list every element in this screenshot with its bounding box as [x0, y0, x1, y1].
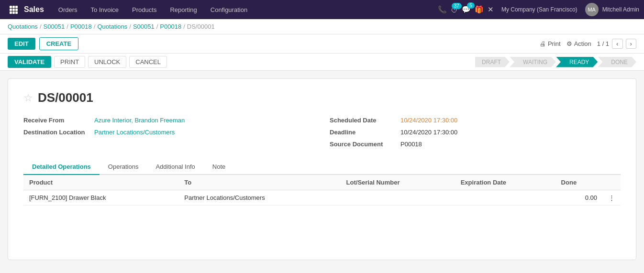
- row-actions-icon[interactable]: ⋮: [603, 190, 621, 206]
- step-draft: DRAFT: [475, 57, 510, 67]
- nav-reporting[interactable]: Reporting: [163, 0, 203, 19]
- gear-icon: ⚙: [566, 40, 572, 47]
- status-bar: VALIDATE PRINT UNLOCK CANCEL DRAFT WAITI…: [0, 54, 644, 71]
- col-lot-serial: Lot/Serial Number: [341, 175, 455, 190]
- grid-menu-icon[interactable]: [5, 0, 22, 19]
- timer-icon[interactable]: ⏱37: [451, 6, 458, 14]
- tabs: Detailed Operations Operations Additiona…: [23, 159, 621, 175]
- source-doc-value: P00018: [400, 141, 422, 148]
- destination-field: Destination Location Partner Locations/C…: [23, 129, 314, 136]
- step-ready: READY: [556, 57, 598, 67]
- breadcrumb-quotations-2[interactable]: Quotations: [97, 23, 127, 30]
- scheduled-date-field: Scheduled Date 10/24/2020 17:30:00: [330, 117, 621, 124]
- svg-rect-6: [10, 11, 12, 14]
- table-body: [FURN_2100] Drawer Black Partner Locatio…: [23, 190, 621, 206]
- right-fields: Scheduled Date 10/24/2020 17:30:00 Deadl…: [330, 117, 621, 148]
- step-done: DONE: [598, 57, 636, 67]
- svg-rect-2: [15, 6, 18, 8]
- svg-rect-4: [12, 9, 15, 11]
- breadcrumb-quotations-1[interactable]: Quotations: [8, 23, 38, 30]
- breadcrumb-p00018-2[interactable]: P00018: [160, 23, 181, 30]
- breadcrumb-s00051-1[interactable]: S00051: [44, 23, 65, 30]
- gift-icon[interactable]: 🎁: [475, 5, 484, 14]
- app-brand: Sales: [22, 5, 52, 14]
- record-id: DS/00001: [38, 90, 93, 105]
- col-actions: [603, 175, 621, 190]
- tab-detailed-operations[interactable]: Detailed Operations: [23, 159, 100, 175]
- table-row[interactable]: [FURN_2100] Drawer Black Partner Locatio…: [23, 190, 621, 206]
- validate-button[interactable]: VALIDATE: [8, 56, 51, 68]
- cancel-button[interactable]: CANCEL: [129, 56, 167, 68]
- col-product: Product: [23, 175, 178, 190]
- tab-additional-info[interactable]: Additional Info: [147, 159, 203, 175]
- main-content: ☆ DS/00001 Receive From Azure Interior, …: [0, 71, 644, 268]
- receive-from-label: Receive From: [23, 117, 90, 124]
- pagination-prev[interactable]: ‹: [612, 39, 622, 49]
- status-steps: DRAFT WAITING READY DONE: [475, 57, 636, 67]
- cell-expiration-date: [455, 190, 555, 206]
- source-doc-label: Source Document: [330, 141, 397, 148]
- fields-grid: Receive From Azure Interior, Brandon Fre…: [23, 117, 621, 148]
- nav-orders[interactable]: Orders: [52, 0, 84, 19]
- destination-label: Destination Location: [23, 129, 90, 136]
- scheduled-date-label: Scheduled Date: [330, 117, 397, 124]
- action-bar-right: 🖨 Print ⚙ Action 1 / 1 ‹ ›: [540, 39, 636, 49]
- svg-rect-3: [10, 9, 12, 11]
- cell-lot-serial: [341, 190, 455, 206]
- col-expiration-date: Expiration Date: [455, 175, 555, 190]
- pagination-next[interactable]: ›: [626, 39, 636, 49]
- close-icon[interactable]: ✕: [488, 5, 494, 14]
- col-to: To: [178, 175, 340, 190]
- record-card: ☆ DS/00001 Receive From Azure Interior, …: [8, 78, 636, 260]
- table-header: Product To Lot/Serial Number Expiration …: [23, 175, 621, 190]
- chat-badge: 5: [467, 2, 475, 9]
- svg-rect-0: [10, 6, 12, 8]
- breadcrumb-current: DS/00001: [187, 23, 215, 30]
- avatar[interactable]: MA: [585, 3, 599, 16]
- create-button[interactable]: CREATE: [39, 37, 78, 50]
- deadline-label: Deadline: [330, 129, 397, 136]
- breadcrumb: Quotations / S00051 / P00018 / Quotation…: [0, 19, 644, 34]
- svg-rect-8: [15, 11, 18, 14]
- deadline-value: 10/24/2020 17:30:00: [400, 129, 457, 136]
- timer-badge: 37: [452, 3, 462, 9]
- cell-product: [FURN_2100] Drawer Black: [23, 190, 178, 206]
- chat-icon[interactable]: 💬5: [462, 5, 471, 14]
- left-fields: Receive From Azure Interior, Brandon Fre…: [23, 117, 314, 148]
- cell-done: 0.00: [555, 190, 603, 206]
- svg-rect-7: [12, 11, 15, 14]
- action-bar: EDIT CREATE 🖨 Print ⚙ Action 1 / 1 ‹ ›: [0, 34, 644, 54]
- svg-rect-1: [12, 6, 15, 8]
- tab-note[interactable]: Note: [204, 159, 234, 175]
- print-button[interactable]: 🖨 Print: [540, 40, 561, 47]
- deadline-field: Deadline 10/24/2020 17:30:00: [330, 129, 621, 136]
- cell-to: Partner Locations/Customers: [178, 190, 340, 206]
- receive-from-value[interactable]: Azure Interior, Brandon Freeman: [94, 117, 185, 124]
- top-navigation: Orders To Invoice Products Reporting Con…: [52, 0, 254, 19]
- pagination: 1 / 1 ‹ ›: [597, 39, 636, 49]
- nav-products[interactable]: Products: [125, 0, 163, 19]
- favorite-star-icon[interactable]: ☆: [23, 92, 33, 104]
- source-doc-field: Source Document P00018: [330, 141, 621, 148]
- nav-configuration[interactable]: Configuration: [204, 0, 254, 19]
- tab-operations[interactable]: Operations: [100, 159, 147, 175]
- scheduled-date-value: 10/24/2020 17:30:00: [400, 117, 457, 124]
- company-name[interactable]: My Company (San Francisco): [498, 6, 581, 13]
- topbar-right: 📞 ⏱37 💬5 🎁 ✕ My Company (San Francisco) …: [438, 3, 639, 16]
- destination-value[interactable]: Partner Locations/Customers: [94, 129, 175, 136]
- topbar: Sales Orders To Invoice Products Reporti…: [0, 0, 644, 19]
- receive-from-field: Receive From Azure Interior, Brandon Fre…: [23, 117, 314, 124]
- print-icon: 🖨: [540, 40, 546, 47]
- col-done: Done: [555, 175, 603, 190]
- phone-icon[interactable]: 📞: [438, 5, 447, 14]
- breadcrumb-s00051-2[interactable]: S00051: [133, 23, 155, 30]
- print-status-button[interactable]: PRINT: [54, 56, 85, 68]
- step-waiting: WAITING: [510, 57, 556, 67]
- action-button[interactable]: ⚙ Action: [566, 40, 591, 47]
- unlock-button[interactable]: UNLOCK: [88, 56, 126, 68]
- edit-button[interactable]: EDIT: [8, 38, 35, 50]
- breadcrumb-p00018-1[interactable]: P00018: [70, 23, 92, 30]
- record-title-row: ☆ DS/00001: [23, 90, 621, 105]
- nav-to-invoice[interactable]: To Invoice: [84, 0, 126, 19]
- pagination-text: 1 / 1: [597, 40, 609, 47]
